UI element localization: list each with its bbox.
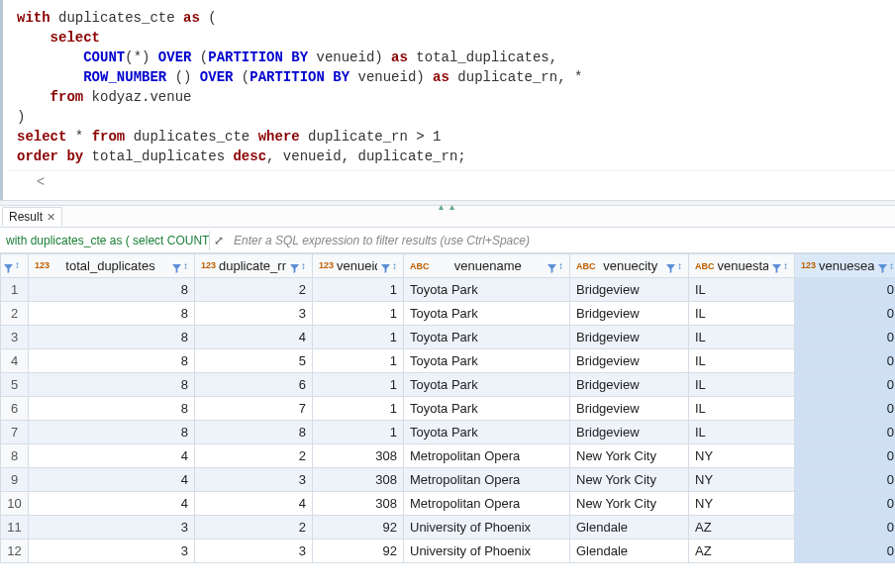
cell-duplicate_rn[interactable]: 2: [195, 278, 313, 302]
cell-venueid[interactable]: 1: [313, 349, 404, 373]
cell-venueseats[interactable]: 0: [795, 421, 896, 444]
cell-venuename[interactable]: Metropolitan Opera: [404, 492, 570, 516]
filter-icon[interactable]: [665, 261, 675, 271]
cell-venueid[interactable]: 1: [313, 278, 404, 302]
cell-duplicate_rn[interactable]: 2: [195, 444, 313, 468]
table-row[interactable]: 7881Toyota ParkBridgeviewIL0: [1, 421, 896, 444]
row-number[interactable]: 7: [1, 421, 29, 444]
cell-duplicate_rn[interactable]: 3: [195, 468, 313, 492]
column-header-venueseats[interactable]: 123venueseats↕: [795, 254, 896, 278]
cell-venuestate[interactable]: IL: [689, 326, 795, 349]
cell-venuestate[interactable]: IL: [689, 373, 795, 397]
cell-venuecity[interactable]: Bridgeview: [570, 397, 689, 421]
cell-venuename[interactable]: Metropolitan Opera: [404, 444, 570, 468]
filter-icon[interactable]: [877, 261, 887, 271]
table-row[interactable]: 1044308Metropolitan OperaNew York CityNY…: [1, 492, 896, 516]
table-row[interactable]: 2831Toyota ParkBridgeviewIL0: [1, 302, 896, 326]
cell-venueseats[interactable]: 0: [795, 516, 896, 539]
cell-venueid[interactable]: 308: [313, 468, 404, 492]
column-header-venuestate[interactable]: ABCvenuestate↕: [689, 254, 795, 278]
cell-venuecity[interactable]: Bridgeview: [570, 278, 689, 302]
cell-duplicate_rn[interactable]: 6: [195, 373, 313, 397]
cell-venueseats[interactable]: 0: [795, 349, 896, 373]
row-number[interactable]: 3: [1, 326, 29, 349]
table-row[interactable]: 113292University of PhoenixGlendaleAZ0: [1, 516, 896, 539]
filter-icon[interactable]: [771, 261, 781, 271]
filter-icon[interactable]: [4, 261, 13, 271]
cell-venueid[interactable]: 308: [313, 444, 404, 468]
row-number[interactable]: 12: [1, 539, 29, 563]
scroll-left-icon[interactable]: <: [37, 173, 45, 189]
cell-venuename[interactable]: Toyota Park: [404, 326, 570, 349]
cell-total_duplicates[interactable]: 8: [29, 278, 195, 302]
row-number[interactable]: 9: [1, 468, 29, 492]
cell-venuecity[interactable]: New York City: [570, 468, 689, 492]
cell-venuestate[interactable]: NY: [689, 444, 795, 468]
cell-venueid[interactable]: 92: [313, 516, 404, 539]
cell-venueid[interactable]: 1: [313, 326, 404, 349]
cell-venueseats[interactable]: 0: [795, 278, 896, 302]
cell-venuecity[interactable]: New York City: [570, 492, 689, 516]
cell-duplicate_rn[interactable]: 8: [195, 421, 313, 444]
row-number[interactable]: 4: [1, 349, 29, 373]
cell-venuename[interactable]: Toyota Park: [404, 397, 570, 421]
column-header-total_duplicates[interactable]: 123total_duplicates↕: [29, 254, 195, 278]
cell-venuename[interactable]: Toyota Park: [404, 302, 570, 326]
cell-venueid[interactable]: 1: [313, 302, 404, 326]
filter-icon[interactable]: [289, 261, 299, 271]
table-row[interactable]: 842308Metropolitan OperaNew York CityNY0: [1, 444, 896, 468]
cell-venuecity[interactable]: Bridgeview: [570, 326, 689, 349]
column-header-venueid[interactable]: 123venueid↕: [313, 254, 404, 278]
close-icon[interactable]: ✕: [47, 211, 55, 224]
cell-venueseats[interactable]: 0: [795, 444, 896, 468]
row-number[interactable]: 11: [1, 516, 29, 539]
cell-duplicate_rn[interactable]: 7: [195, 397, 313, 421]
cell-venuestate[interactable]: NY: [689, 468, 795, 492]
table-row[interactable]: 4851Toyota ParkBridgeviewIL0: [1, 349, 896, 373]
cell-total_duplicates[interactable]: 3: [29, 516, 195, 539]
cell-duplicate_rn[interactable]: 3: [195, 539, 313, 563]
sort-icon[interactable]: ↕: [392, 262, 397, 270]
cell-venuename[interactable]: Toyota Park: [404, 421, 570, 444]
cell-venuestate[interactable]: AZ: [689, 516, 795, 539]
table-row[interactable]: 3841Toyota ParkBridgeviewIL0: [1, 326, 896, 349]
cell-venueseats[interactable]: 0: [795, 492, 896, 516]
cell-venuecity[interactable]: Glendale: [570, 516, 689, 539]
cell-venuecity[interactable]: New York City: [570, 444, 689, 468]
cell-venuename[interactable]: Toyota Park: [404, 278, 570, 302]
cell-total_duplicates[interactable]: 4: [29, 444, 195, 468]
cell-total_duplicates[interactable]: 8: [29, 302, 195, 326]
table-row[interactable]: 123392University of PhoenixGlendaleAZ0: [1, 539, 896, 563]
cell-venuename[interactable]: Toyota Park: [404, 373, 570, 397]
cell-venuestate[interactable]: IL: [689, 349, 795, 373]
cell-duplicate_rn[interactable]: 2: [195, 516, 313, 539]
cell-duplicate_rn[interactable]: 5: [195, 349, 313, 373]
filter-icon[interactable]: [380, 261, 390, 271]
pane-splitter[interactable]: ▴ ▴: [0, 200, 895, 206]
row-number[interactable]: 6: [1, 397, 29, 421]
cell-duplicate_rn[interactable]: 4: [195, 492, 313, 516]
filter-expression-input[interactable]: Enter a SQL expression to filter results…: [228, 231, 895, 250]
cell-venuecity[interactable]: Bridgeview: [570, 421, 689, 444]
cell-venuecity[interactable]: Bridgeview: [570, 373, 689, 397]
cell-venuecity[interactable]: Glendale: [570, 539, 689, 563]
cell-venueseats[interactable]: 0: [795, 539, 896, 563]
expand-filter-icon[interactable]: ⤢: [210, 234, 228, 247]
cell-venuestate[interactable]: IL: [689, 397, 795, 421]
cell-total_duplicates[interactable]: 4: [29, 492, 195, 516]
cell-venueseats[interactable]: 0: [795, 373, 896, 397]
table-row[interactable]: 6871Toyota ParkBridgeviewIL0: [1, 397, 896, 421]
editor-horizontal-scroll[interactable]: <: [9, 170, 895, 190]
cell-venueid[interactable]: 1: [313, 397, 404, 421]
cell-venuename[interactable]: Toyota Park: [404, 349, 570, 373]
cell-total_duplicates[interactable]: 4: [29, 468, 195, 492]
cell-venuestate[interactable]: NY: [689, 492, 795, 516]
column-header-venuename[interactable]: ABCvenuename↕: [404, 254, 570, 278]
sort-icon[interactable]: ↕: [183, 262, 188, 270]
sort-icon[interactable]: ↕: [677, 262, 682, 270]
cell-venueid[interactable]: 1: [313, 421, 404, 444]
row-number[interactable]: 5: [1, 373, 29, 397]
tab-result[interactable]: Result ✕: [2, 207, 62, 226]
cell-total_duplicates[interactable]: 8: [29, 373, 195, 397]
filter-icon[interactable]: [171, 261, 181, 271]
